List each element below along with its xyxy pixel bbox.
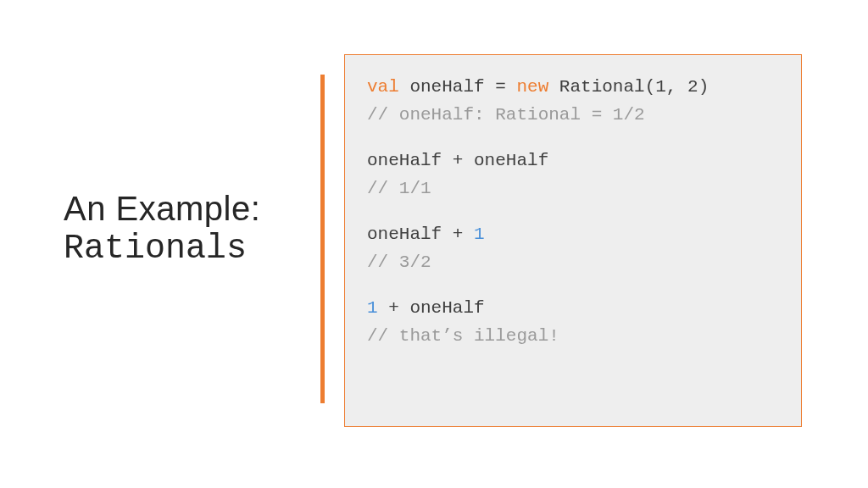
code-line-1: val oneHalf = new Rational(1, 2) [367,74,779,102]
code-comment: // 3/2 [367,249,779,277]
vertical-rule [320,75,325,403]
code-line-5: oneHalf + 1 [367,221,779,249]
code-block: val oneHalf = new Rational(1, 2) // oneH… [344,54,802,427]
code-comment: // 1/1 [367,175,779,203]
title-line-1: An Example: [64,188,301,229]
blank-line [367,202,779,221]
slide-title: An Example: Rationals [64,188,301,269]
code-text: Rational(1, 2) [548,77,709,97]
slide: An Example: Rationals val oneHalf = new … [0,0,868,488]
blank-line [367,276,779,295]
code-comment: // that’s illegal! [367,323,779,351]
code-text: oneHalf + [367,225,474,244]
code-text: oneHalf = [399,77,517,97]
code-comment: // oneHalf: Rational = 1/2 [367,102,779,130]
number-literal: 1 [474,225,485,244]
code-text: + oneHalf [378,298,485,318]
title-line-2: Rationals [64,229,301,269]
blank-line [367,129,779,147]
keyword-new: new [516,77,548,97]
number-literal: 1 [367,298,378,318]
keyword-val: val [367,77,399,97]
code-line-7: 1 + oneHalf [367,295,779,323]
code-line-3: oneHalf + oneHalf [367,147,779,175]
